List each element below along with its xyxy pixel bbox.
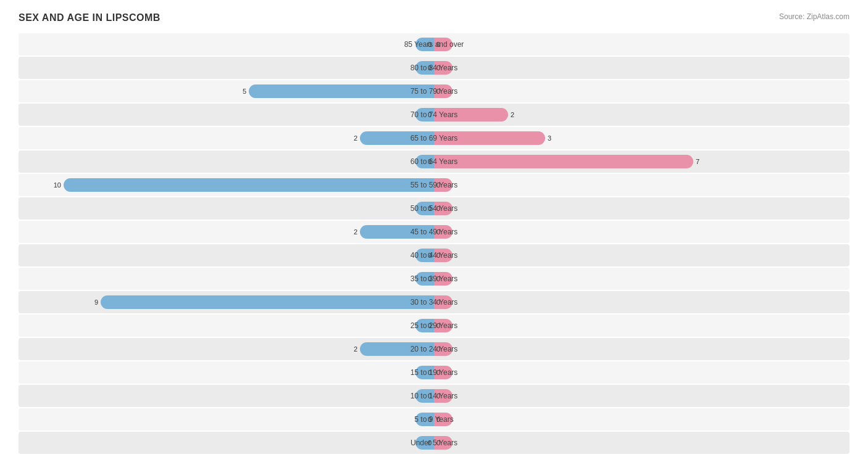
bar-row: 2 65 to 69 Years 3 xyxy=(19,127,849,149)
male-value: 2 xyxy=(354,134,357,142)
female-value: 0 xyxy=(436,205,440,212)
bar-row: 2 20 to 24 Years 0 xyxy=(19,338,849,360)
left-half: 0 xyxy=(19,385,434,407)
left-half: 0 xyxy=(19,268,434,290)
left-half: 0 xyxy=(19,432,434,454)
bar-row: 0 Under 5 Years 0 xyxy=(19,432,849,454)
female-value: 0 xyxy=(436,181,440,189)
left-half: 0 xyxy=(19,244,434,266)
left-half: 0 xyxy=(19,150,434,173)
male-bar xyxy=(101,295,434,309)
bar-row: 0 70 to 74 Years 2 xyxy=(19,104,849,126)
right-half: 0 xyxy=(434,33,849,56)
male-value: 2 xyxy=(354,228,357,236)
bar-row: 0 5 to 9 Years 0 xyxy=(19,408,849,430)
bar-row: 0 15 to 19 Years 0 xyxy=(19,361,849,384)
bar-row: 0 40 to 44 Years 0 xyxy=(19,244,849,266)
right-half: 0 xyxy=(434,174,849,196)
male-value: 0 xyxy=(428,275,432,282)
right-half: 0 xyxy=(434,197,849,220)
female-value: 0 xyxy=(436,275,440,282)
male-bar xyxy=(360,131,434,145)
left-half: 10 xyxy=(19,174,434,196)
bar-row: 0 25 to 29 Years 0 xyxy=(19,315,849,337)
female-value: 7 xyxy=(696,158,699,165)
female-value: 0 xyxy=(436,392,440,400)
left-half: 0 xyxy=(19,361,434,384)
right-half: 0 xyxy=(434,291,849,313)
bar-row: 10 55 to 59 Years 0 xyxy=(19,174,849,196)
male-bar xyxy=(249,84,434,98)
right-half: 0 xyxy=(434,244,849,266)
bar-row: 9 30 to 34 Years 0 xyxy=(19,291,849,313)
male-value: 0 xyxy=(428,369,432,376)
female-bar xyxy=(434,131,545,145)
bar-row: 2 45 to 49 Years 0 xyxy=(19,221,849,243)
female-bar xyxy=(434,155,693,168)
bar-row: 0 35 to 39 Years 0 xyxy=(19,268,849,290)
bar-row: 0 50 to 54 Years 0 xyxy=(19,197,849,220)
left-half: 0 xyxy=(19,33,434,56)
left-half: 2 xyxy=(19,338,434,360)
female-value: 0 xyxy=(436,369,440,376)
left-half: 0 xyxy=(19,104,434,126)
female-value: 0 xyxy=(436,228,440,236)
male-value: 5 xyxy=(243,88,246,95)
male-value: 0 xyxy=(428,439,432,447)
male-value: 0 xyxy=(428,322,432,329)
female-value: 0 xyxy=(436,252,440,259)
male-value: 0 xyxy=(428,205,432,212)
bar-row: 5 75 to 79 Years 0 xyxy=(19,80,849,102)
left-half: 0 xyxy=(19,57,434,79)
male-bar xyxy=(360,225,434,239)
female-value: 0 xyxy=(436,88,440,95)
female-value: 3 xyxy=(548,134,551,142)
male-value: 0 xyxy=(428,392,432,400)
right-half: 7 xyxy=(434,150,849,173)
female-value: 0 xyxy=(436,41,440,48)
left-half: 0 xyxy=(19,408,434,430)
right-half: 0 xyxy=(434,432,849,454)
male-bar xyxy=(360,342,434,356)
female-value: 0 xyxy=(436,416,440,423)
male-value: 0 xyxy=(428,111,432,118)
male-value: 0 xyxy=(428,252,432,259)
left-half: 2 xyxy=(19,127,434,149)
chart-container: SEX AND AGE IN LIPSCOMB Source: ZipAtlas… xyxy=(19,12,849,457)
right-half: 0 xyxy=(434,315,849,337)
right-half: 0 xyxy=(434,80,849,102)
left-half: 2 xyxy=(19,221,434,243)
male-value: 0 xyxy=(428,64,432,72)
chart-header: SEX AND AGE IN LIPSCOMB Source: ZipAtlas… xyxy=(19,12,849,23)
right-half: 3 xyxy=(434,127,849,149)
right-half: 0 xyxy=(434,338,849,360)
male-value: 9 xyxy=(94,298,98,306)
bar-row: 0 60 to 64 Years 7 xyxy=(19,150,849,173)
chart-area: 0 85 Years and over 0 0 80 to 84 Years 0… xyxy=(19,33,849,454)
left-half: 0 xyxy=(19,315,434,337)
bar-row: 0 85 Years and over 0 xyxy=(19,33,849,56)
chart-title: SEX AND AGE IN LIPSCOMB xyxy=(19,12,161,23)
right-half: 0 xyxy=(434,361,849,384)
left-half: 0 xyxy=(19,197,434,220)
right-half: 0 xyxy=(434,57,849,79)
female-value: 0 xyxy=(436,439,440,447)
male-value: 0 xyxy=(428,41,432,48)
chart-source: Source: ZipAtlas.com xyxy=(779,12,849,21)
bar-row: 0 10 to 14 Years 0 xyxy=(19,385,849,407)
female-value: 0 xyxy=(436,345,440,353)
left-half: 5 xyxy=(19,80,434,102)
bar-row: 0 80 to 84 Years 0 xyxy=(19,57,849,79)
right-half: 0 xyxy=(434,268,849,290)
female-value: 2 xyxy=(511,111,514,118)
left-half: 9 xyxy=(19,291,434,313)
male-value: 0 xyxy=(428,416,432,423)
female-value: 0 xyxy=(436,64,440,72)
male-value: 0 xyxy=(428,158,432,165)
female-value: 0 xyxy=(436,322,440,329)
right-half: 0 xyxy=(434,221,849,243)
right-half: 0 xyxy=(434,408,849,430)
male-value: 10 xyxy=(54,181,61,189)
male-value: 2 xyxy=(354,345,357,353)
right-half: 2 xyxy=(434,104,849,126)
